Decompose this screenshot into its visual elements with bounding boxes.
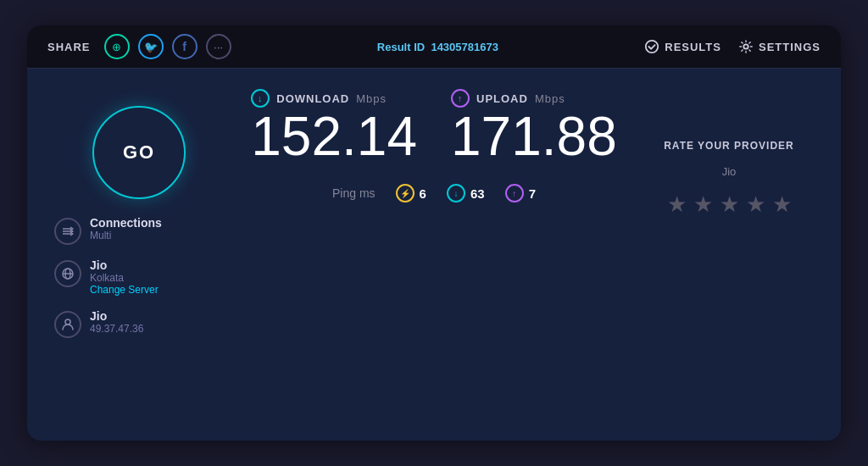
- rate-provider: Jio: [722, 165, 737, 178]
- connections-item: Connections Multi: [54, 216, 224, 245]
- server-item: Jio Kolkata Change Server: [54, 258, 224, 296]
- star-5[interactable]: ★: [772, 191, 792, 218]
- right-panel: RATE YOUR PROVIDER Jio ★ ★ ★ ★ ★: [644, 89, 814, 420]
- svg-point-1: [743, 44, 748, 48]
- server-text: Jio Kolkata Change Server: [90, 258, 159, 296]
- user-label: Jio: [90, 309, 143, 323]
- result-label: Result ID: [377, 41, 425, 53]
- header: SHARE ⊕ 🐦 f ··· Result ID 14305781673 RE…: [27, 25, 841, 69]
- share-facebook-icon[interactable]: f: [172, 34, 198, 59]
- share-section: SHARE ⊕ 🐦 f ···: [47, 34, 231, 59]
- user-icon: [54, 311, 81, 338]
- speed-stats: ↓ DOWNLOAD Mbps 152.14 ↑ UPLOAD Mbps 171…: [244, 89, 624, 164]
- star-2[interactable]: ★: [693, 191, 713, 218]
- upload-block: ↑ UPLOAD Mbps 171.88: [451, 89, 617, 164]
- connections-text: Connections Multi: [90, 216, 162, 241]
- share-twitter-icon[interactable]: 🐦: [138, 34, 164, 59]
- server-icon: [54, 260, 81, 287]
- user-item: Jio 49.37.47.36: [54, 309, 224, 338]
- jitter-value: 6: [420, 186, 426, 201]
- ping-upload-value: 7: [529, 186, 536, 201]
- connections-label: Connections: [90, 216, 162, 230]
- star-rating[interactable]: ★ ★ ★ ★ ★: [667, 191, 792, 218]
- upload-value: 171.88: [451, 109, 617, 164]
- connections-value: Multi: [90, 230, 162, 241]
- main-content: GO Conn: [27, 69, 841, 441]
- connections-icon: [54, 218, 81, 245]
- share-more-icon[interactable]: ···: [206, 34, 231, 59]
- user-ip: 49.37.47.36: [90, 323, 143, 335]
- download-value: 152.14: [251, 109, 417, 164]
- go-label: GO: [123, 141, 155, 164]
- svg-point-8: [65, 319, 70, 325]
- result-id-value[interactable]: 14305781673: [431, 41, 498, 53]
- results-button[interactable]: RESULTS: [644, 39, 721, 54]
- jitter-icon: ⚡: [396, 184, 415, 202]
- star-3[interactable]: ★: [720, 191, 739, 218]
- upload-arrow-icon: ↑: [451, 89, 470, 108]
- results-label: RESULTS: [665, 41, 721, 53]
- share-label: SHARE: [47, 41, 91, 53]
- gear-icon: [738, 39, 754, 54]
- ping-upload-icon: ↑: [505, 184, 524, 202]
- star-4[interactable]: ★: [746, 191, 765, 218]
- left-panel: GO Conn: [54, 89, 224, 420]
- server-location: Kolkata: [90, 272, 159, 284]
- change-server-link[interactable]: Change Server: [90, 284, 159, 296]
- ping-download-value: 63: [470, 186, 485, 201]
- settings-button[interactable]: SETTINGS: [738, 39, 821, 54]
- svg-point-0: [646, 41, 658, 53]
- download-label: ↓ DOWNLOAD Mbps: [251, 89, 387, 108]
- check-circle-icon: [644, 39, 659, 54]
- download-block: ↓ DOWNLOAD Mbps 152.14: [251, 89, 417, 164]
- ping-row: Ping ms ⚡ 6 ↓ 63 ↑ 7: [244, 184, 624, 202]
- go-button[interactable]: GO: [92, 106, 186, 199]
- center-panel: ↓ DOWNLOAD Mbps 152.14 ↑ UPLOAD Mbps 171…: [244, 89, 624, 420]
- ping-download-item: ↓ 63: [447, 184, 485, 202]
- server-label: Jio: [90, 258, 159, 272]
- main-container: SHARE ⊕ 🐦 f ··· Result ID 14305781673 RE…: [27, 25, 841, 441]
- settings-label: SETTINGS: [759, 41, 821, 53]
- jitter-item: ⚡ 6: [396, 184, 426, 202]
- ping-label: Ping ms: [332, 186, 376, 200]
- download-arrow-icon: ↓: [251, 89, 270, 108]
- ping-download-icon: ↓: [447, 184, 465, 202]
- upload-label: ↑ UPLOAD Mbps: [451, 89, 565, 108]
- nav-buttons: RESULTS SETTINGS: [644, 39, 821, 54]
- rate-title: RATE YOUR PROVIDER: [664, 140, 794, 152]
- share-link-icon[interactable]: ⊕: [104, 34, 130, 59]
- info-items: Connections Multi Jio: [54, 216, 224, 338]
- star-1[interactable]: ★: [667, 191, 687, 218]
- result-id-section: Result ID 14305781673: [377, 41, 498, 53]
- user-text: Jio 49.37.47.36: [90, 309, 143, 335]
- ping-upload-item: ↑ 7: [505, 184, 536, 202]
